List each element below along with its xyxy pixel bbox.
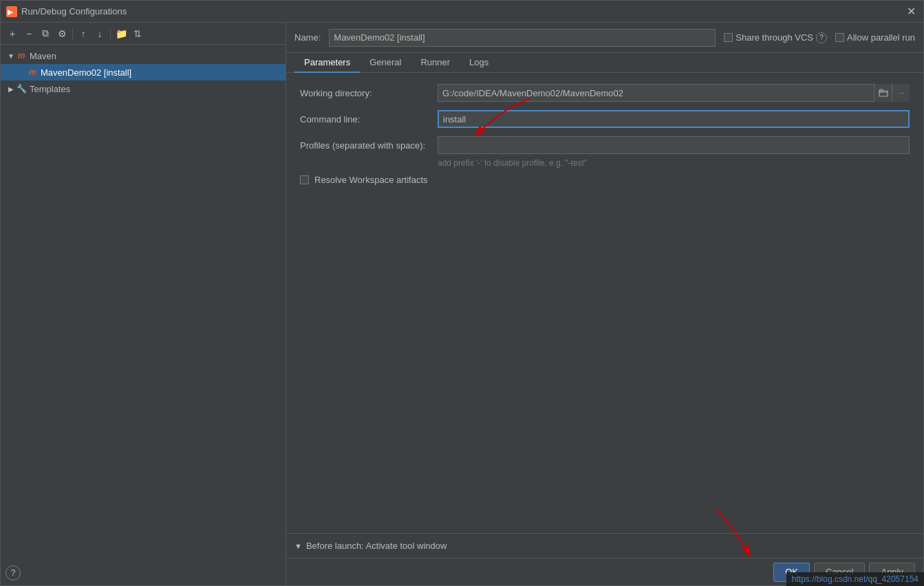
working-dir-input[interactable] [438, 84, 910, 102]
sidebar: + − ⧉ ⚙ ↑ ↓ 📁 ⇅ ▼ m Maven [1, 23, 286, 585]
parallel-run-container: Allow parallel run [835, 32, 915, 43]
templates-icon: 🔧 [16, 83, 27, 94]
move-down-button[interactable]: ↓ [92, 26, 107, 41]
app-icon: ▶ [6, 6, 17, 17]
command-line-input[interactable] [438, 110, 910, 128]
resolve-workspace-checkbox[interactable] [300, 175, 309, 184]
profiles-input[interactable] [438, 136, 910, 154]
maven-arrow-icon: ▼ [6, 51, 16, 61]
tabs-bar: Parameters General Runner Logs [286, 53, 923, 73]
resolve-workspace-label: Resolve Workspace artifacts [314, 175, 428, 185]
title-bar: ▶ Run/Debug Configurations ✕ [1, 1, 923, 23]
working-dir-label: Working directory: [300, 88, 438, 98]
profiles-row: Profiles (separated with space): [300, 136, 910, 154]
tree-maven-group[interactable]: ▼ m Maven [1, 47, 286, 64]
working-dir-field: ⋯ [438, 84, 910, 102]
tab-logs[interactable]: Logs [460, 53, 498, 73]
sort-button[interactable]: ⇅ [130, 26, 145, 41]
maven-demo02-icon: m [27, 67, 38, 78]
parallel-run-label: Allow parallel run [847, 32, 915, 43]
tab-parameters[interactable]: Parameters [294, 53, 360, 73]
tab-general[interactable]: General [360, 53, 411, 73]
right-panel: Name: Share through VCS ? Allow parallel… [286, 23, 923, 585]
command-line-label: Command line: [300, 114, 438, 124]
profiles-label: Profiles (separated with space): [300, 140, 438, 151]
svg-text:⋯: ⋯ [898, 89, 905, 97]
dialog-title: Run/Debug Configurations [21, 6, 127, 17]
annotation-bar: https://blog.csdn.net/qq_42057154 [786, 572, 924, 586]
tree-templates[interactable]: ▶ 🔧 Templates [1, 80, 286, 97]
profiles-field [438, 136, 910, 154]
title-bar-left: ▶ Run/Debug Configurations [6, 6, 127, 17]
copy-config-button[interactable]: ⧉ [38, 26, 53, 41]
maven-group-icon: m [16, 50, 27, 61]
toolbar-separator-2 [110, 28, 111, 40]
command-line-field [438, 110, 910, 128]
before-launch-arrow-icon[interactable]: ▼ [294, 542, 302, 550]
command-line-row: Command line: [300, 110, 910, 128]
maven-demo02-arrow [17, 67, 27, 77]
sidebar-tree: ▼ m Maven m MavenDemo02 [install] [1, 45, 286, 585]
sidebar-toolbar: + − ⧉ ⚙ ↑ ↓ 📁 ⇅ [1, 23, 286, 45]
folder-button[interactable]: 📁 [114, 26, 129, 41]
share-vcs-container: Share through VCS ? [724, 32, 827, 43]
templates-arrow-icon: ▶ [6, 84, 16, 94]
templates-label: Templates [30, 84, 70, 94]
svg-text:▶: ▶ [8, 8, 14, 16]
close-button[interactable]: ✕ [904, 5, 918, 19]
remove-config-button[interactable]: − [21, 26, 36, 41]
profiles-hint: add prefix '-' to disable profile, e.g. … [438, 158, 910, 168]
move-up-button[interactable]: ↑ [76, 26, 91, 41]
dialog-window: ▶ Run/Debug Configurations ✕ + − ⧉ ⚙ ↑ ↓… [0, 0, 924, 586]
working-dir-browse-folder-button[interactable] [874, 84, 892, 102]
tab-runner[interactable]: Runner [411, 53, 460, 73]
tree-maven-demo02[interactable]: m MavenDemo02 [install] [1, 64, 286, 80]
tab-content-parameters: Working directory: ⋯ [286, 73, 923, 533]
main-content: + − ⧉ ⚙ ↑ ↓ 📁 ⇅ ▼ m Maven [1, 23, 923, 585]
help-button[interactable]: ? [6, 565, 21, 580]
config-header: Name: Share through VCS ? Allow parallel… [286, 23, 923, 53]
settings-button[interactable]: ⚙ [54, 26, 69, 41]
help-vcs-icon[interactable]: ? [816, 32, 827, 43]
parallel-run-checkbox[interactable] [835, 33, 844, 42]
before-launch-bar: ▼ Before launch: Activate tool window [286, 533, 923, 558]
maven-group-label: Maven [30, 51, 56, 61]
working-dir-macro-button[interactable]: ⋯ [892, 84, 910, 102]
name-label: Name: [294, 32, 321, 43]
working-dir-row: Working directory: ⋯ [300, 84, 910, 102]
add-config-button[interactable]: + [5, 26, 20, 41]
maven-demo02-label: MavenDemo02 [install] [41, 67, 131, 78]
share-vcs-checkbox[interactable] [724, 33, 733, 42]
name-input[interactable] [329, 29, 716, 47]
toolbar-separator-1 [72, 28, 73, 40]
before-launch-label: Before launch: Activate tool window [306, 541, 447, 551]
share-vcs-label: Share through VCS [735, 32, 813, 43]
resolve-workspace-row: Resolve Workspace artifacts [300, 175, 910, 185]
